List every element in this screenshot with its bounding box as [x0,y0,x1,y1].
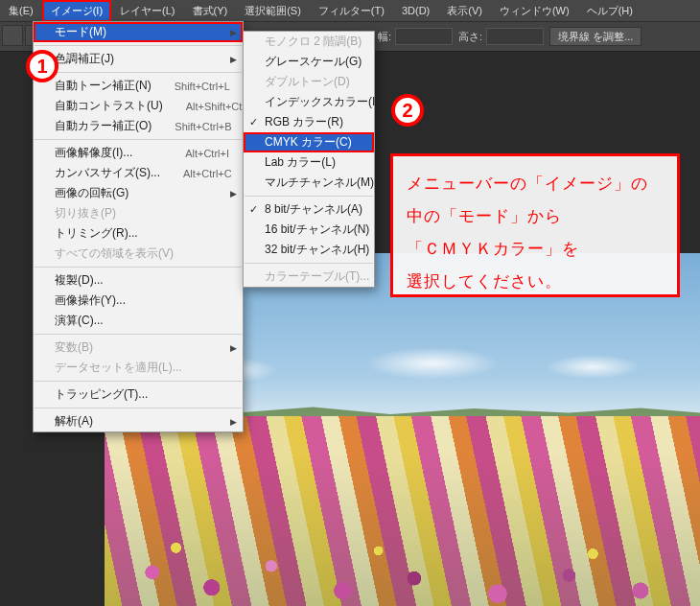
menu-separator [35,267,242,268]
width-input[interactable] [395,28,453,45]
menu-item-label: 切り抜き(P) [55,205,229,221]
menubar-item[interactable]: フィルター(T) [310,0,393,22]
menu-item: 変数(B)▶ [34,338,243,358]
menu-item-label: 32 bit/チャンネル(H) [265,242,369,258]
menu-item: データセットを適用(L)... [34,358,243,378]
menu-item-label: 画像の回転(G) [55,185,229,201]
menu-item-shortcut: Alt+Ctrl+I [162,148,229,159]
menu-separator [245,196,373,197]
menubar-item[interactable]: 選択範囲(S) [236,0,310,22]
menu-item-label: 画像解像度(I)... [55,145,162,161]
menu-item[interactable]: ✓8 bit/チャンネル(A) [244,199,374,220]
instruction-line: メニューバーの「イメージ」の [407,168,664,200]
submenu-arrow-icon: ▶ [230,189,237,198]
menu-item[interactable]: Lab カラー(L) [244,152,374,173]
menubar-item[interactable]: レイヤー(L) [111,0,183,22]
instruction-line: 「ＣＭＹＫカラー」を [407,233,664,266]
menu-item[interactable]: ✓RGB カラー(R) [244,112,374,132]
menu-item: モノクロ 2 階調(B) [244,32,374,52]
menu-item[interactable]: マルチチャンネル(M) [244,173,374,193]
menu-item-label: 8 bit/チャンネル(A) [265,201,362,218]
menu-item-shortcut: Alt+Ctrl+C [160,168,232,179]
menubar-item[interactable]: ウィンドウ(W) [491,0,578,22]
width-field: 幅: [378,28,453,45]
height-label: 高さ: [458,30,482,44]
menu-item-label: 演算(C)... [55,313,229,329]
menu-item[interactable]: 解析(A)▶ [34,411,243,431]
submenu-arrow-icon: ▶ [230,55,237,64]
menubar-item[interactable]: ヘルプ(H) [578,0,642,22]
menu-item[interactable]: 自動カラー補正(O)Shift+Ctrl+B [34,116,243,136]
menubar: 集(E)イメージ(I)レイヤー(L)書式(Y)選択範囲(S)フィルター(T)3D… [0,0,700,21]
menu-item[interactable]: 32 bit/チャンネル(H) [244,240,374,260]
menu-separator [35,408,242,408]
menu-item-label: 自動カラー補正(O) [55,118,152,134]
instruction-box: メニューバーの「イメージ」の 中の「モード」から 「ＣＭＹＫカラー」を 選択して… [390,153,680,297]
menu-item[interactable]: 自動トーン補正(N)Shift+Ctrl+L [34,76,243,96]
menu-item[interactable]: CMYK カラー(C) [244,132,374,152]
menu-item-label: RGB カラー(R) [265,114,361,130]
menu-item: 切り抜き(P) [34,203,243,223]
menu-item-label: 自動トーン補正(N) [55,78,152,94]
submenu-arrow-icon: ▶ [230,417,237,427]
menu-item[interactable]: 色調補正(J)▶ [34,49,243,69]
menu-item[interactable]: 16 bit/チャンネル(N) [244,220,374,240]
submenu-arrow-icon: ▶ [230,28,237,37]
menu-item-label: インデックスカラー(I)... [265,94,388,110]
menu-item[interactable]: 画像の回転(G)▶ [34,183,243,203]
menu-item[interactable]: グレースケール(G) [244,52,374,72]
menu-separator [245,263,373,264]
menu-item-label: 複製(D)... [55,272,229,289]
menu-item[interactable]: 画像解像度(I)...Alt+Ctrl+I [34,143,243,163]
tool-icon[interactable] [2,25,23,46]
menu-item[interactable]: 演算(C)... [34,311,243,331]
menu-item-label: 画像操作(Y)... [55,292,229,309]
menubar-item[interactable]: 3D(D) [393,1,438,20]
menu-item: ダブルトーン(D) [244,72,374,92]
menu-item-label: ダブルトーン(D) [265,74,361,90]
width-label: 幅: [378,30,391,44]
callout-1: 1 [26,50,58,82]
instruction-line: 選択してください。 [407,266,664,298]
callout-2: 2 [391,94,424,127]
menu-separator [35,381,242,382]
menu-item-label: Lab カラー(L) [265,154,361,171]
menu-item-shortcut: Shift+Ctrl+B [152,121,231,132]
menu-item-label: 自動コントラスト(U) [55,98,163,114]
menu-item: すべての領域を表示(V) [34,244,243,264]
submenu-arrow-icon: ▶ [230,343,237,353]
menu-separator [35,139,242,140]
menu-item-label: モノクロ 2 階調(B) [265,34,362,50]
menu-item[interactable]: 複製(D)... [34,270,243,291]
menubar-item[interactable]: 表示(V) [438,0,491,22]
menu-item-label: 色調補正(J) [55,51,229,67]
mode-submenu: モノクロ 2 階調(B)グレースケール(G)ダブルトーン(D)インデックスカラー… [243,31,375,288]
menu-item-label: トラッピング(T)... [55,386,229,403]
refine-bounds-button[interactable]: 境界線 を調整... [549,27,642,46]
menubar-item[interactable]: イメージ(I) [42,0,111,22]
menu-item: カラーテーブル(T)... [244,267,374,287]
menubar-item[interactable]: 書式(Y) [184,0,237,22]
menu-item-label: モード(M) [55,24,229,40]
menu-item[interactable]: 自動コントラスト(U)Alt+Shift+Ctrl+L [34,96,243,116]
menu-separator [35,45,242,46]
menu-separator [35,72,242,73]
menubar-item[interactable]: 集(E) [0,0,42,22]
menu-item[interactable]: カンバスサイズ(S)...Alt+Ctrl+C [34,163,243,183]
height-field: 高さ: [458,28,544,45]
menu-item-label: カンバスサイズ(S)... [55,165,160,181]
flowers-fg [105,453,700,606]
menu-item[interactable]: インデックスカラー(I)... [244,92,374,112]
menu-item-label: グレースケール(G) [265,54,362,70]
menu-item-label: 解析(A) [55,413,229,430]
menu-item[interactable]: モード(M)▶ [34,22,243,42]
menu-item-label: カラーテーブル(T)... [265,268,369,285]
height-input[interactable] [486,28,544,45]
menu-item-label: CMYK カラー(C) [265,134,361,151]
menu-item[interactable]: トリミング(R)... [34,223,243,244]
menu-item[interactable]: 画像操作(Y)... [34,291,243,311]
instruction-line: 中の「モード」から [407,200,664,233]
menu-item-shortcut: Shift+Ctrl+L [152,81,230,92]
check-icon: ✓ [249,203,258,216]
menu-item[interactable]: トラッピング(T)... [34,385,243,405]
